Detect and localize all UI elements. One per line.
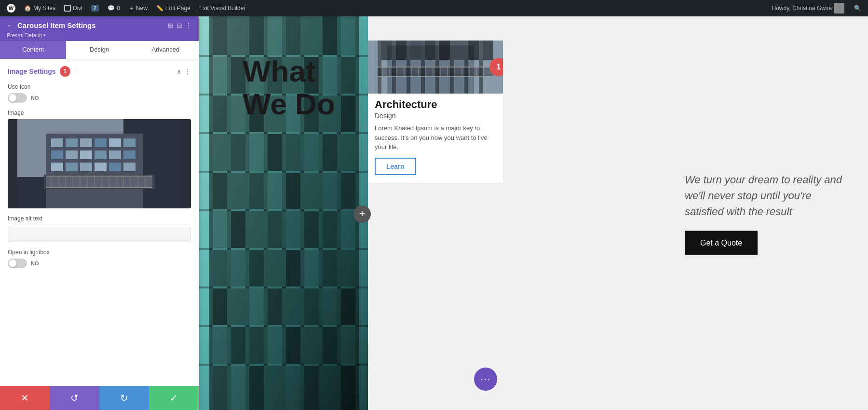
svg-rect-97 xyxy=(323,173,337,209)
svg-rect-13 xyxy=(109,150,121,159)
svg-rect-75 xyxy=(213,96,227,132)
svg-rect-17 xyxy=(80,163,92,171)
svg-rect-20 xyxy=(123,163,136,171)
svg-rect-125 xyxy=(249,327,264,364)
image-alt-input[interactable] xyxy=(8,227,191,242)
svg-rect-41 xyxy=(209,16,213,410)
tab-design[interactable]: Design xyxy=(66,41,132,59)
svg-rect-55 xyxy=(199,248,368,250)
svg-rect-149 xyxy=(381,41,392,60)
carousel-text: Lorem Khaled Ipsum is a major key to suc… xyxy=(375,123,496,152)
get-quote-button[interactable]: Get a Quote xyxy=(685,231,758,255)
new-button[interactable]: ＋ New xyxy=(126,4,150,13)
lightbox-toggle[interactable] xyxy=(8,259,27,268)
my-sites-link[interactable]: 🏠 My Sites xyxy=(21,5,58,12)
hero-text: What We Do xyxy=(243,55,335,121)
main-layout: ← Carousel Item Settings ⊞ ⊟ ⋮ Preset: D… xyxy=(0,16,868,410)
svg-rect-150 xyxy=(396,41,407,60)
admin-bar-right: Howdy, Christina Gwira 🔍 xyxy=(769,3,864,14)
save-button[interactable]: ✓ xyxy=(149,386,199,410)
window-icon[interactable]: ⊞ xyxy=(168,22,174,29)
svg-rect-155 xyxy=(468,41,479,60)
svg-rect-3 xyxy=(51,138,63,147)
svg-rect-103 xyxy=(286,211,300,248)
svg-rect-104 xyxy=(304,211,319,248)
toggle-knob xyxy=(9,94,16,102)
svg-rect-53 xyxy=(199,171,368,173)
layout-icon[interactable]: ⊟ xyxy=(176,22,182,29)
exit-builder-button[interactable]: Exit Visual Builder xyxy=(196,5,249,12)
panel-body: Image Settings 1 ∧ ⋮ Use Icon NO Image xyxy=(0,59,199,386)
svg-rect-100 xyxy=(231,211,245,248)
svg-rect-87 xyxy=(286,134,300,171)
search-button[interactable]: 🔍 xyxy=(851,5,864,12)
svg-rect-129 xyxy=(323,327,337,364)
divi-link[interactable]: Divi xyxy=(61,5,85,12)
svg-rect-14 xyxy=(123,150,136,159)
close-button[interactable]: ✕ xyxy=(0,386,50,410)
carousel-card: 1 Architecture Design Lorem Khaled Ipsum… xyxy=(368,41,503,183)
svg-rect-54 xyxy=(199,209,368,211)
edit-page-button[interactable]: ✏️ Edit Page xyxy=(153,5,193,12)
use-icon-label: Use Icon xyxy=(8,83,191,90)
lightbox-no-label: NO xyxy=(31,260,39,266)
learn-button[interactable]: Learn xyxy=(375,158,416,175)
more-options-button[interactable]: ··· xyxy=(474,368,497,391)
svg-rect-95 xyxy=(286,173,300,209)
use-icon-toggle[interactable] xyxy=(8,93,27,103)
redo-icon: ↻ xyxy=(120,392,128,404)
image-alt-label: Image alt text xyxy=(8,215,191,222)
svg-rect-98 xyxy=(341,173,355,209)
image-preview[interactable] xyxy=(8,119,191,208)
redo-button[interactable]: ↻ xyxy=(99,386,149,410)
collapse-icon[interactable]: ∧ xyxy=(176,68,181,75)
svg-rect-88 xyxy=(304,134,319,171)
carousel-body: Architecture Design Lorem Khaled Ipsum i… xyxy=(368,94,503,175)
right-content: We turn your dream to reality and we'll … xyxy=(685,172,849,255)
svg-rect-99 xyxy=(213,211,227,248)
svg-rect-90 xyxy=(341,134,355,171)
comment-link[interactable]: 💬 0 xyxy=(105,5,123,12)
section-title: Image Settings 1 xyxy=(8,66,70,77)
more-options-icon[interactable]: ⋮ xyxy=(185,22,192,29)
lightbox-toggle-row: NO xyxy=(8,259,191,268)
close-icon: ✕ xyxy=(21,392,29,404)
svg-rect-120 xyxy=(304,288,319,325)
svg-rect-138 xyxy=(341,366,355,410)
add-element-button[interactable]: + xyxy=(353,205,371,223)
wp-icon[interactable]: W xyxy=(4,4,18,13)
svg-rect-8 xyxy=(123,138,136,147)
svg-rect-11 xyxy=(80,150,92,159)
svg-rect-67 xyxy=(213,57,227,94)
svg-rect-114 xyxy=(341,250,355,287)
carousel-card-image: 1 xyxy=(368,41,503,94)
svg-rect-107 xyxy=(213,250,227,287)
svg-rect-61 xyxy=(249,16,264,55)
svg-rect-63 xyxy=(286,16,300,55)
svg-rect-16 xyxy=(66,163,78,171)
svg-rect-105 xyxy=(323,211,337,248)
preset-selector[interactable]: Preset: Default ▾ xyxy=(7,31,192,41)
back-button[interactable]: ← xyxy=(7,22,14,29)
svg-rect-5 xyxy=(80,138,92,147)
section-badge: 1 xyxy=(60,66,70,77)
svg-rect-9 xyxy=(51,150,63,159)
comment-count-link[interactable]: 2 xyxy=(88,5,102,12)
tab-content[interactable]: Content xyxy=(0,41,66,59)
svg-rect-157 xyxy=(378,67,493,77)
svg-rect-136 xyxy=(304,366,319,410)
tab-advanced[interactable]: Advanced xyxy=(133,41,199,59)
svg-rect-94 xyxy=(268,173,282,209)
howdy-user[interactable]: Howdy, Christina Gwira xyxy=(769,3,847,14)
panel-header-icons: ⊞ ⊟ ⋮ xyxy=(168,22,192,29)
svg-rect-56 xyxy=(199,287,368,288)
toggle-no-label: NO xyxy=(31,95,39,101)
undo-button[interactable]: ↺ xyxy=(50,386,99,410)
svg-rect-10 xyxy=(66,150,78,159)
lightbox-toggle-knob xyxy=(9,260,16,267)
svg-rect-83 xyxy=(213,134,227,171)
svg-rect-7 xyxy=(109,138,121,147)
svg-rect-102 xyxy=(268,211,282,248)
svg-rect-22 xyxy=(46,176,152,188)
section-more-icon[interactable]: ⋮ xyxy=(184,68,191,75)
